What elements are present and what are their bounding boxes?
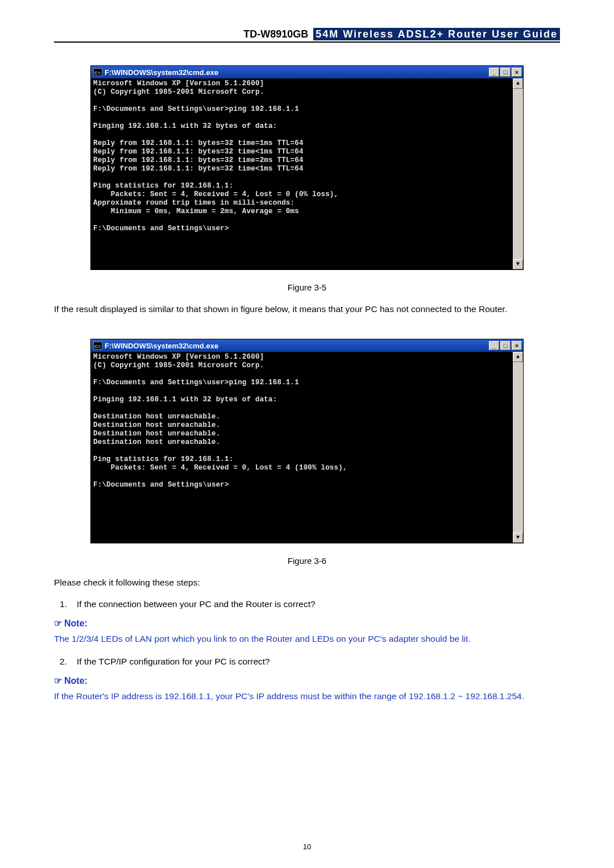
step-text: If the TCP/IP configuration for your PC … xyxy=(77,655,560,668)
paragraph-check-steps: Please check it following these steps: xyxy=(54,576,560,589)
cmd-window-failure: C:\ F:\WINDOWS\system32\cmd.exe _ □ × Mi… xyxy=(90,339,524,543)
scroll-up-button[interactable]: ▲ xyxy=(513,352,523,362)
step-1: 1. If the connection between your PC and… xyxy=(54,597,560,611)
page: TD-W8910GB 54M Wireless ADSL2+ Router Us… xyxy=(0,0,614,868)
figure-caption-2: Figure 3-6 xyxy=(54,556,560,566)
figure-caption-1: Figure 3-5 xyxy=(54,283,560,292)
step-2: 2. If the TCP/IP configuration for your … xyxy=(54,655,560,668)
cmd-body-wrap: Microsoft Windows XP [Version 5.1.2600] … xyxy=(91,78,523,269)
header-model: TD-W8910GB xyxy=(243,28,308,40)
cmd-prompt-icon: C:\ xyxy=(93,68,102,76)
cmd-titlebar[interactable]: C:\ F:\WINDOWS\system32\cmd.exe _ □ × xyxy=(91,339,523,352)
cmd-prompt-icon: C:\ xyxy=(93,342,102,350)
cmd-output: Microsoft Windows XP [Version 5.1.2600] … xyxy=(91,78,513,269)
pointing-hand-icon: ☞ xyxy=(54,618,62,628)
page-header: TD-W8910GB 54M Wireless ADSL2+ Router Us… xyxy=(54,28,560,43)
scrollbar[interactable]: ▲ ▼ xyxy=(513,78,523,269)
page-number: 10 xyxy=(0,842,614,851)
cmd-titlebar[interactable]: C:\ F:\WINDOWS\system32\cmd.exe _ □ × xyxy=(91,66,523,78)
step-number: 1. xyxy=(54,597,77,611)
cmd-output: Microsoft Windows XP [Version 5.1.2600] … xyxy=(91,352,513,543)
window-controls: _ □ × xyxy=(489,341,522,350)
maximize-button[interactable]: □ xyxy=(500,68,511,77)
note-text-1: The 1/2/3/4 LEDs of LAN port which you l… xyxy=(54,632,560,646)
note-label-2: ☞Note: xyxy=(54,675,560,686)
step-text: If the connection between your PC and th… xyxy=(77,597,560,611)
scroll-down-button[interactable]: ▼ xyxy=(513,533,523,543)
note-word: Note: xyxy=(64,676,88,686)
minimize-button[interactable]: _ xyxy=(489,68,499,77)
scroll-up-button[interactable]: ▲ xyxy=(513,78,523,89)
minimize-button[interactable]: _ xyxy=(489,341,499,350)
cmd-title-text: F:\WINDOWS\system32\cmd.exe xyxy=(105,68,489,77)
pointing-hand-icon: ☞ xyxy=(54,676,62,686)
scrollbar[interactable]: ▲ ▼ xyxy=(513,352,523,543)
window-controls: _ □ × xyxy=(489,68,522,77)
cmd-title-text: F:\WINDOWS\system32\cmd.exe xyxy=(105,342,489,350)
close-button[interactable]: × xyxy=(512,341,522,350)
close-button[interactable]: × xyxy=(512,68,522,77)
header-description: 54M Wireless ADSL2+ Router User Guide xyxy=(313,28,560,40)
cmd-window-success: C:\ F:\WINDOWS\system32\cmd.exe _ □ × Mi… xyxy=(90,65,524,270)
step-number: 2. xyxy=(54,655,77,668)
note-label-1: ☞Note: xyxy=(54,618,560,629)
maximize-button[interactable]: □ xyxy=(500,341,511,350)
note-word: Note: xyxy=(64,618,88,628)
note-text-2: If the Router's IP address is 192.168.1.… xyxy=(54,690,560,703)
scroll-down-button[interactable]: ▼ xyxy=(513,259,523,269)
cmd-body-wrap: Microsoft Windows XP [Version 5.1.2600] … xyxy=(91,352,523,543)
paragraph-not-connected: If the result displayed is similar to th… xyxy=(54,302,560,316)
